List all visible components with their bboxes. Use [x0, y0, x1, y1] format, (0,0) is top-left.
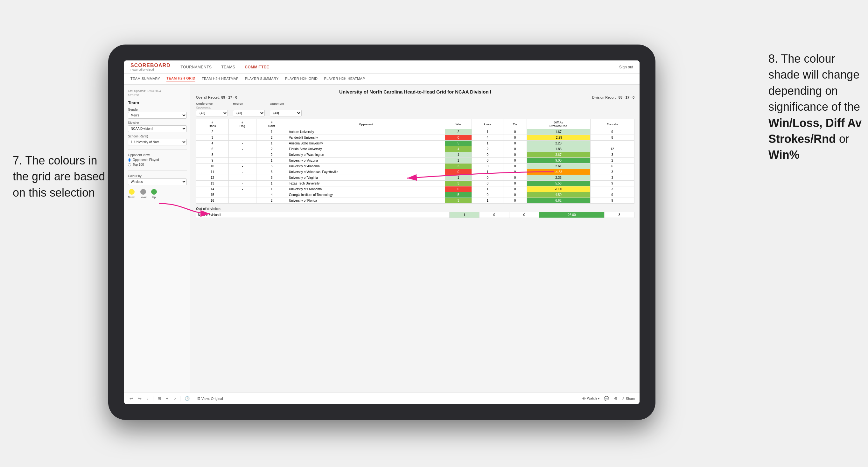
gender-select[interactable]: Men's — [128, 112, 187, 119]
table-row: 6-2Florida State University4201.8312 — [196, 146, 634, 152]
annotation-left: 7. The colours in the grid are based on … — [13, 153, 105, 201]
legend-up: Up — [151, 189, 157, 199]
table-row: 14-1University of Oklahoma010-1.003 — [196, 186, 634, 192]
out-of-division-header: Out of division — [196, 207, 634, 211]
grid-records: Overall Record: 89 - 17 - 0 Division Rec… — [196, 95, 634, 99]
col-conf: #Conf — [256, 119, 287, 129]
comment-button[interactable]: 💬 — [603, 395, 610, 402]
out-of-division-table: NCAA Division II10026.003 — [196, 212, 634, 218]
sign-out-button[interactable]: Sign out — [619, 65, 633, 69]
opponent-filter: Opponent (All) — [270, 102, 302, 117]
tablet-frame: SCOREBOARD Powered by clippd TOURNAMENTS… — [108, 44, 655, 420]
view-icon: ⊡ — [197, 396, 200, 401]
grid-title: University of North Carolina Head-to-Hea… — [196, 89, 634, 94]
table-row: 4-1Arizona State University5102.28 — [196, 141, 634, 146]
conference-filter: Conference Opponents: (All) — [196, 102, 228, 117]
sub-nav-team-h2h-grid[interactable]: TEAM H2H GRID — [166, 76, 195, 82]
circle-button[interactable]: ○ — [173, 395, 177, 402]
opponents-label: Opponents: — [196, 106, 228, 109]
opponent-view-options: Opponents Played Top 100 — [128, 158, 187, 166]
toolbar-divider-2 — [180, 396, 180, 402]
share-button[interactable]: ↗ Share — [622, 396, 635, 401]
nav-teams[interactable]: TEAMS — [221, 65, 236, 69]
watch-button[interactable]: 👁 Watch ▾ — [582, 396, 600, 401]
opponent-view-label: Opponent View — [128, 153, 187, 157]
eye-icon: 👁 — [582, 397, 586, 401]
last-updated: Last Updated: 27/03/2024 16:55:38 — [128, 89, 187, 97]
table-row: 3-2Vanderbilt University040-2.298 — [196, 135, 634, 141]
history-button[interactable]: ↕ — [146, 395, 150, 402]
table-row: 16-2University of Florida3106.629 — [196, 198, 634, 204]
toolbar-divider-1 — [153, 396, 153, 402]
col-diff: Diff AvStrokes/Rnd — [527, 119, 590, 129]
table-row: 12-3University of Virginia1002.333 — [196, 175, 634, 181]
filter-row: Conference Opponents: (All) Region (All) — [196, 102, 634, 117]
clock-button[interactable]: 🕐 — [184, 395, 191, 402]
sub-navbar: TEAM SUMMARY TEAM H2H GRID TEAM H2H HEAT… — [124, 74, 640, 85]
col-reg: #Reg — [229, 119, 256, 129]
table-row: 13-1Texas Tech University3005.569 — [196, 181, 634, 186]
opponent-select[interactable]: (All) — [270, 110, 302, 117]
legend-down: Down — [128, 189, 135, 199]
table-row: 15-4Georgia Institute of Technology5004.… — [196, 192, 634, 198]
undo-button[interactable]: ↩ — [128, 395, 134, 402]
table-row: 11-6University of Arkansas, Fayetteville… — [196, 169, 634, 175]
colour-by-label: Colour by — [128, 174, 187, 178]
region-filter: Region (All) — [233, 102, 265, 117]
nav-tournaments[interactable]: TOURNAMENTS — [181, 65, 212, 69]
app-logo: SCOREBOARD — [130, 63, 170, 68]
tablet-screen: SCOREBOARD Powered by clippd TOURNAMENTS… — [124, 60, 640, 404]
grid-area: University of North Carolina Head-to-Hea… — [191, 85, 640, 393]
app-navbar: SCOREBOARD Powered by clippd TOURNAMENTS… — [124, 60, 640, 74]
colour-by-select[interactable]: Win/loss — [128, 179, 187, 185]
sub-nav-player-h2h-grid[interactable]: PLAYER H2H GRID — [285, 77, 318, 81]
legend-up-dot — [151, 189, 157, 195]
sub-nav-team-h2h-heatmap[interactable]: TEAM H2H HEATMAP — [202, 77, 239, 81]
table-row: 10-5University of Alabama3002.616 — [196, 163, 634, 169]
add-button[interactable]: + — [165, 395, 169, 402]
sidebar: Last Updated: 27/03/2024 16:55:38 Team G… — [124, 85, 191, 393]
bottom-toolbar: ↩ ↪ ↕ ⊞ + ○ 🕐 ⊡ View: Original 👁 Watch ▾… — [124, 393, 640, 404]
col-rank: #Rank — [196, 119, 229, 129]
table-row: 2-1Auburn University2101.679 — [196, 129, 634, 135]
share-icon-button[interactable]: ⊕ — [613, 395, 619, 402]
colour-legend: Down Level Up — [128, 189, 187, 199]
sidebar-team-title: Team — [128, 100, 187, 105]
sub-nav-player-h2h-heatmap[interactable]: PLAYER H2H HEATMAP — [324, 77, 365, 81]
table-row: 8-2University of Washington1003.673 — [196, 152, 634, 158]
sign-out-separator: | — [616, 65, 617, 69]
h2h-table: #Rank #Reg #Conf Opponent Win Loss Tie D… — [196, 119, 634, 204]
nav-committee[interactable]: COMMITTEE — [245, 65, 269, 69]
legend-level: Level — [140, 189, 147, 199]
region-select[interactable]: (All) — [233, 110, 265, 117]
col-loss: Loss — [472, 119, 503, 129]
share-icon: ↗ — [622, 396, 625, 401]
col-opponent: Opponent — [287, 119, 445, 129]
sidebar-divider-1 — [128, 149, 187, 150]
legend-down-dot — [129, 189, 134, 195]
legend-level-dot — [140, 189, 146, 195]
table-row: 9-1University of Arizona1009.002 — [196, 158, 634, 163]
toolbar-divider-3 — [194, 396, 194, 402]
grid-button[interactable]: ⊞ — [157, 395, 162, 402]
sidebar-divider-2 — [128, 170, 187, 170]
col-win: Win — [445, 119, 472, 129]
nav-links: TOURNAMENTS TEAMS COMMITTEE — [181, 65, 616, 69]
col-rounds: Rounds — [590, 119, 634, 129]
redo-button[interactable]: ↪ — [137, 395, 143, 402]
conference-select[interactable]: (All) — [196, 110, 228, 117]
gender-label: Gender — [128, 108, 187, 111]
app-logo-sub: Powered by clippd — [130, 68, 162, 71]
main-content: Last Updated: 27/03/2024 16:55:38 Team G… — [124, 85, 640, 393]
col-tie: Tie — [503, 119, 527, 129]
sub-nav-team-summary[interactable]: TEAM SUMMARY — [130, 77, 160, 81]
school-label: School (Rank) — [128, 134, 187, 138]
school-select[interactable]: 1. University of Nort... — [128, 139, 187, 145]
sub-nav-player-summary[interactable]: PLAYER SUMMARY — [245, 77, 279, 81]
view-original-button[interactable]: ⊡ View: Original — [197, 396, 223, 401]
division-select[interactable]: NCAA Division I — [128, 125, 187, 132]
division-label: Division — [128, 121, 187, 125]
out-of-division-row: NCAA Division II10026.003 — [196, 212, 634, 218]
radio-opponents-played[interactable]: Opponents Played — [128, 158, 187, 162]
radio-top-100[interactable]: Top 100 — [128, 163, 187, 166]
